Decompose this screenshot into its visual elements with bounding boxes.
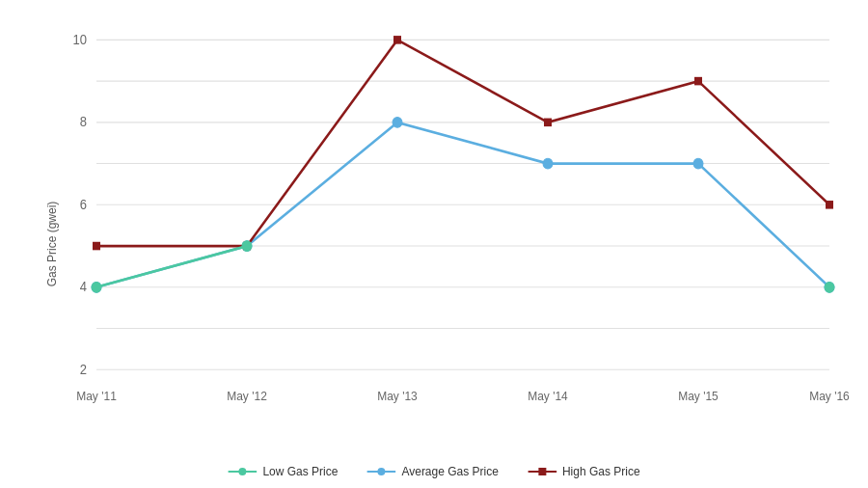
legend-low-icon [228, 466, 257, 477]
svg-text:May '12: May '12 [227, 390, 267, 403]
svg-text:6: 6 [80, 197, 87, 211]
chart-container: Gas Price (gwei) 2 4 6 8 10 [0, 0, 868, 488]
legend-high-line [528, 471, 556, 473]
svg-point-33 [92, 282, 101, 292]
svg-text:8: 8 [80, 115, 87, 129]
legend-low-label: Low Gas Price [262, 465, 338, 478]
svg-text:May '11: May '11 [76, 390, 117, 403]
chart-legend: Low Gas Price Average Gas Price High Gas… [228, 465, 639, 478]
svg-text:4: 4 [80, 280, 88, 294]
svg-rect-31 [826, 201, 833, 209]
svg-text:2: 2 [80, 362, 87, 376]
svg-point-38 [377, 468, 385, 475]
chart-area: 2 4 6 8 10 May '11 May '12 May '13 May '… [58, 19, 849, 411]
svg-point-36 [238, 468, 246, 475]
svg-text:May '14: May '14 [528, 390, 568, 403]
legend-average-line [366, 471, 395, 473]
svg-point-34 [242, 241, 252, 252]
svg-rect-28 [393, 36, 401, 44]
svg-point-23 [543, 158, 553, 169]
legend-average-icon [366, 466, 395, 477]
legend-average-label: Average Gas Price [401, 465, 499, 478]
legend-high-label: High Gas Price [562, 465, 640, 478]
svg-rect-29 [544, 119, 552, 127]
legend-high-icon [528, 466, 556, 477]
svg-point-22 [393, 118, 402, 128]
legend-average: Average Gas Price [366, 465, 499, 478]
svg-rect-26 [93, 242, 100, 251]
svg-text:May '13: May '13 [377, 390, 418, 403]
legend-high: High Gas Price [528, 465, 640, 478]
svg-rect-40 [538, 468, 546, 475]
svg-text:May '16: May '16 [809, 390, 849, 403]
svg-rect-30 [694, 77, 702, 86]
svg-point-32 [825, 282, 834, 292]
legend-low: Low Gas Price [228, 465, 338, 478]
svg-point-24 [693, 158, 703, 169]
chart-svg: 2 4 6 8 10 May '11 May '12 May '13 May '… [58, 19, 849, 411]
legend-low-line [228, 471, 257, 473]
svg-text:May '15: May '15 [678, 390, 719, 403]
svg-text:10: 10 [73, 32, 87, 46]
